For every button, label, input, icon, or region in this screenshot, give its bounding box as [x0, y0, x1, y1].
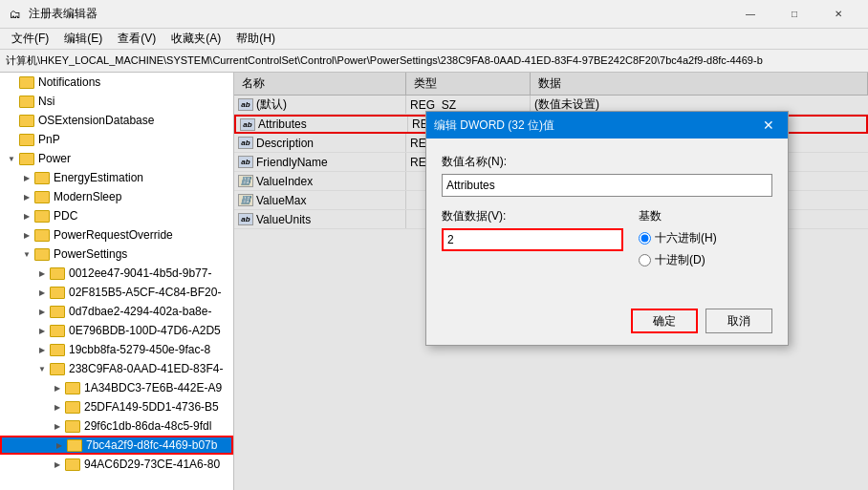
- tree-item[interactable]: ▶ModernSleep: [0, 187, 233, 206]
- menu-item[interactable]: 编辑(E): [56, 29, 110, 49]
- tree-item[interactable]: ▶7bc4a2f9-d8fc-4469-b07b: [0, 436, 233, 455]
- window-title: 注册表编辑器: [29, 6, 728, 22]
- folder-icon: [50, 306, 65, 318]
- menu-item[interactable]: 查看(V): [110, 29, 163, 49]
- tree-toggle-icon[interactable]: ▶: [34, 323, 50, 338]
- tree-item[interactable]: Notifications: [0, 73, 233, 92]
- folder-icon: [50, 363, 65, 375]
- tree-toggle-icon[interactable]: ▼: [19, 246, 34, 262]
- tree-toggle-icon[interactable]: ▶: [34, 342, 50, 357]
- tree-toggle-icon[interactable]: ▶: [50, 418, 65, 434]
- folder-icon: [65, 382, 80, 394]
- tree-toggle-icon[interactable]: ▼: [34, 361, 50, 376]
- base-section: 基数 十六进制(H) 十进制(D): [639, 208, 772, 274]
- folder-icon: [34, 191, 50, 203]
- cancel-button[interactable]: 取消: [705, 309, 772, 333]
- tree-item[interactable]: ▶EnergyEstimation: [0, 168, 233, 187]
- tree-toggle-icon[interactable]: ▶: [34, 304, 50, 319]
- tree-item[interactable]: ▼PowerSettings: [0, 245, 233, 264]
- tree-toggle-icon[interactable]: ▶: [19, 189, 34, 204]
- tree-item[interactable]: Nsi: [0, 92, 233, 111]
- tree-item-label: 1A34BDC3-7E6B-442E-A9: [84, 381, 222, 394]
- tree-toggle-icon[interactable]: ▶: [50, 457, 65, 472]
- name-input[interactable]: [442, 174, 772, 197]
- tree-item-label: ModernSleep: [54, 190, 121, 203]
- tree-item-label: 94AC6D29-73CE-41A6-80: [84, 458, 220, 471]
- right-panel: 名称类型数据 ab(默认)REG_SZ(数值未设置)abAttributesRE…: [234, 73, 868, 490]
- tree-item[interactable]: OSExtensionDatabase: [0, 111, 233, 130]
- tree-item[interactable]: ▼Power: [0, 149, 233, 168]
- address-text: 计算机\HKEY_LOCAL_MACHINE\SYSTEM\CurrentCon…: [6, 53, 763, 68]
- dec-radio-label[interactable]: 十进制(D): [639, 252, 772, 268]
- tree-toggle-icon[interactable]: ▶: [19, 170, 34, 185]
- tree-toggle-icon[interactable]: ▶: [52, 437, 67, 453]
- tree-item-label: PDC: [54, 209, 77, 223]
- folder-icon: [19, 153, 34, 165]
- tree-toggle-icon[interactable]: ▶: [50, 399, 65, 415]
- tree-item[interactable]: ▶94AC6D29-73CE-41A6-80: [0, 455, 233, 474]
- tree-toggle-icon[interactable]: ▶: [50, 380, 65, 395]
- tree-toggle-icon[interactable]: ▶: [19, 208, 34, 224]
- hex-radio-label[interactable]: 十六进制(H): [639, 230, 772, 246]
- window-controls: — □ ✕: [728, 0, 860, 29]
- data-input[interactable]: [442, 228, 623, 251]
- folder-icon: [19, 115, 34, 127]
- dec-radio-text: 十进制(D): [655, 252, 705, 268]
- tree-toggle-icon[interactable]: [4, 94, 19, 109]
- tree-item-label: 0012ee47-9041-4b5d-9b77-: [69, 266, 211, 280]
- tree-item-label: 0E796BDB-100D-47D6-A2D5: [69, 324, 221, 337]
- tree-toggle-icon[interactable]: [4, 75, 19, 90]
- tree-item[interactable]: ▶02F815B5-A5CF-4C84-BF20-: [0, 283, 233, 302]
- close-button[interactable]: ✕: [816, 0, 860, 29]
- menu-item[interactable]: 文件(F): [4, 29, 56, 49]
- minimize-button[interactable]: —: [728, 0, 772, 29]
- tree-item[interactable]: ▶PowerRequestOverride: [0, 225, 233, 245]
- tree-toggle-icon[interactable]: ▼: [4, 151, 19, 166]
- tree-item-label: 0d7dbae2-4294-402a-ba8e-: [69, 305, 211, 318]
- tree-item-label: Power: [38, 152, 71, 165]
- dialog-title: 编辑 DWORD (32 位)值: [434, 117, 757, 134]
- tree-toggle-icon[interactable]: [4, 113, 19, 128]
- dialog-footer: 确定 取消: [426, 301, 788, 345]
- dialog-body: 数值名称(N): 数值数据(V): 基数 十六进制(: [426, 138, 788, 301]
- menu-item[interactable]: 收藏夹(A): [163, 29, 228, 49]
- tree-scroll[interactable]: NotificationsNsiOSExtensionDatabasePnP▼P…: [0, 73, 233, 490]
- folder-icon: [50, 344, 65, 356]
- tree-item[interactable]: ▶0d7dbae2-4294-402a-ba8e-: [0, 302, 233, 321]
- menu-item[interactable]: 帮助(H): [228, 29, 283, 49]
- dialog-close-button[interactable]: ✕: [757, 114, 780, 137]
- tree-item[interactable]: ▼238C9FA8-0AAD-41ED-83F4-: [0, 359, 233, 378]
- ok-button[interactable]: 确定: [631, 309, 698, 333]
- tree-item[interactable]: PnP: [0, 130, 233, 149]
- folder-icon: [65, 420, 80, 433]
- tree-item-label: 29f6c1db-86da-48c5-9fdl: [84, 419, 211, 433]
- radio-group: 十六进制(H) 十进制(D): [639, 230, 772, 268]
- tree-item-label: 02F815B5-A5CF-4C84-BF20-: [69, 286, 221, 299]
- address-bar: 计算机\HKEY_LOCAL_MACHINE\SYSTEM\CurrentCon…: [0, 50, 868, 73]
- tree-item-label: 7bc4a2f9-d8fc-4469-b07b: [86, 438, 217, 452]
- hex-radio-text: 十六进制(H): [655, 230, 717, 246]
- base-label: 基数: [639, 208, 772, 224]
- tree-item[interactable]: ▶PDC: [0, 206, 233, 225]
- folder-icon: [65, 458, 80, 471]
- tree-item[interactable]: ▶1A34BDC3-7E6B-442E-A9: [0, 378, 233, 397]
- tree-item[interactable]: ▶19cbb8fa-5279-450e-9fac-8: [0, 340, 233, 359]
- dec-radio[interactable]: [639, 254, 651, 266]
- maximize-button[interactable]: □: [772, 0, 816, 29]
- value-row: 数值数据(V): 基数 十六进制(H): [442, 208, 772, 274]
- hex-radio[interactable]: [639, 232, 651, 245]
- edit-dword-dialog: 编辑 DWORD (32 位)值 ✕ 数值名称(N): 数值数据(V): 基数: [425, 111, 789, 346]
- tree-item[interactable]: ▶29f6c1db-86da-48c5-9fdl: [0, 416, 233, 436]
- folder-icon: [50, 325, 65, 337]
- tree-item[interactable]: ▶25DFA149-5DD1-4736-B5: [0, 397, 233, 416]
- tree-toggle-icon[interactable]: ▶: [34, 266, 50, 281]
- tree-toggle-icon[interactable]: [4, 132, 19, 147]
- title-bar: 🗂 注册表编辑器 — □ ✕: [0, 0, 868, 29]
- main-content: NotificationsNsiOSExtensionDatabasePnP▼P…: [0, 73, 868, 490]
- tree-item[interactable]: ▶0012ee47-9041-4b5d-9b77-: [0, 264, 233, 283]
- tree-toggle-icon[interactable]: ▶: [34, 285, 50, 300]
- folder-icon: [65, 401, 80, 414]
- tree-item-label: PnP: [38, 133, 60, 146]
- tree-item[interactable]: ▶0E796BDB-100D-47D6-A2D5: [0, 321, 233, 340]
- tree-toggle-icon[interactable]: ▶: [19, 227, 34, 243]
